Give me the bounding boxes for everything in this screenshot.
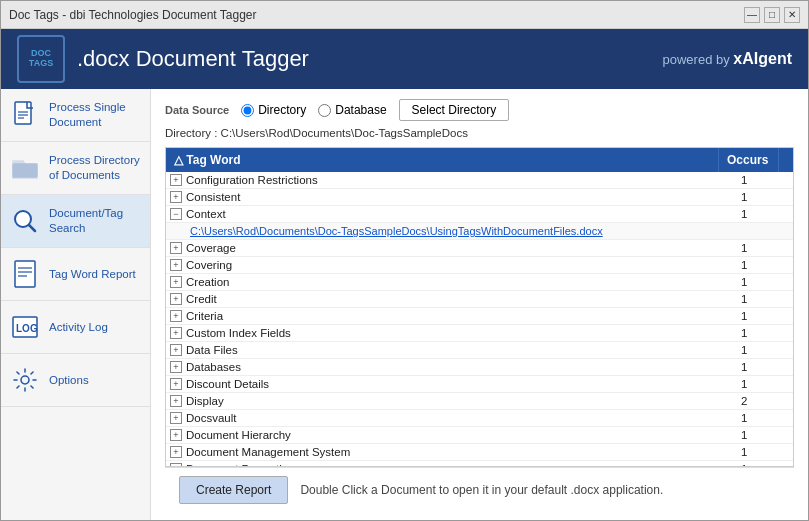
expand-icon[interactable]: − [170, 463, 182, 466]
close-button[interactable]: ✕ [784, 7, 800, 23]
occurs-count: 1 [733, 376, 793, 392]
create-report-button[interactable]: Create Report [179, 476, 288, 504]
search-icon [9, 205, 41, 237]
col-tag-header: △ Tag Word [166, 148, 719, 172]
table-row[interactable]: +Credit1 [166, 291, 793, 308]
expand-icon[interactable]: + [170, 412, 182, 424]
expand-icon[interactable]: + [170, 259, 182, 271]
occurs-count: 1 [733, 444, 793, 460]
tag-word: Consistent [186, 191, 240, 203]
table-row[interactable]: +Configuration Restrictions1 [166, 172, 793, 189]
document-icon [9, 99, 41, 131]
expand-icon[interactable]: + [170, 395, 182, 407]
tag-word: Document Management System [186, 446, 350, 458]
svg-rect-0 [15, 102, 31, 124]
hint-text: Double Click a Document to open it in yo… [300, 483, 663, 497]
occurs-count: 1 [733, 342, 793, 358]
occurs-count: 1 [733, 206, 793, 222]
tag-word: Document Hierarchy [186, 429, 291, 441]
expand-icon[interactable]: + [170, 293, 182, 305]
occurs-count: 1 [733, 240, 793, 256]
table-row[interactable]: +Criteria1 [166, 308, 793, 325]
table-row[interactable]: +Docsvault1 [166, 410, 793, 427]
tag-word: Criteria [186, 310, 223, 322]
expand-icon[interactable]: + [170, 276, 182, 288]
tag-word: Configuration Restrictions [186, 174, 318, 186]
table-row[interactable]: −Context1 [166, 206, 793, 223]
tag-word: Coverage [186, 242, 236, 254]
table-row[interactable]: +Document Hierarchy1 [166, 427, 793, 444]
table-row[interactable]: +Databases1 [166, 359, 793, 376]
expand-icon[interactable]: − [170, 208, 182, 220]
sidebar-label-process-dir: Process Directory of Documents [49, 153, 142, 183]
expand-icon[interactable]: + [170, 174, 182, 186]
app-header: DOC TAGS .docx Document Tagger powered b… [1, 29, 808, 89]
app-logo: DOC TAGS [17, 35, 65, 83]
content-area: Data Source Directory Database Select Di… [151, 89, 808, 521]
tag-word: Custom Index Fields [186, 327, 291, 339]
svg-rect-7 [15, 261, 35, 287]
svg-rect-4 [13, 164, 37, 177]
tag-word: Creation [186, 276, 229, 288]
title-bar-text: Doc Tags - dbi Technologies Document Tag… [9, 8, 256, 22]
expand-icon[interactable]: + [170, 378, 182, 390]
directory-label: Directory : [165, 127, 217, 139]
table-row[interactable]: +Discount Details1 [166, 376, 793, 393]
radio-database[interactable]: Database [318, 103, 386, 117]
tag-word: Databases [186, 361, 241, 373]
table-row[interactable]: −Document Properties1 [166, 461, 793, 466]
expand-icon[interactable]: + [170, 429, 182, 441]
sidebar-item-process-single[interactable]: Process Single Document [1, 89, 150, 142]
log-icon: LOG [9, 311, 41, 343]
sidebar-label-process-single: Process Single Document [49, 100, 142, 130]
table-row[interactable]: +Document Management System1 [166, 444, 793, 461]
sidebar: Process Single Document Process Director… [1, 89, 151, 521]
tag-word: Document Properties [186, 463, 294, 466]
occurs-count: 1 [733, 427, 793, 443]
table-row[interactable]: +Covering1 [166, 257, 793, 274]
expand-icon[interactable]: + [170, 242, 182, 254]
sidebar-item-process-dir[interactable]: Process Directory of Documents [1, 142, 150, 195]
title-bar-controls: — □ ✕ [744, 7, 800, 23]
app-title: .docx Document Tagger [77, 46, 309, 72]
sidebar-label-tag-word-report: Tag Word Report [49, 267, 136, 282]
datasource-row: Data Source Directory Database Select Di… [165, 99, 794, 121]
expand-icon[interactable]: + [170, 310, 182, 322]
table-row[interactable]: +Display2 [166, 393, 793, 410]
header-left: DOC TAGS .docx Document Tagger [17, 35, 309, 83]
sidebar-item-tag-word-report[interactable]: Tag Word Report [1, 248, 150, 301]
sub-row-path[interactable]: C:\Users\Rod\Documents\Doc-TagsSampleDoc… [166, 223, 733, 239]
maximize-button[interactable]: □ [764, 7, 780, 23]
select-directory-button[interactable]: Select Directory [399, 99, 510, 121]
sidebar-item-options[interactable]: Options [1, 354, 150, 407]
expand-icon[interactable]: + [170, 361, 182, 373]
expand-icon[interactable]: + [170, 191, 182, 203]
table-scroll[interactable]: +Configuration Restrictions1+Consistent1… [166, 172, 793, 466]
expand-icon[interactable]: + [170, 446, 182, 458]
tag-table: △ Tag Word Occurs +Configuration Restric… [165, 147, 794, 467]
table-row[interactable]: +Coverage1 [166, 240, 793, 257]
expand-icon[interactable]: + [170, 344, 182, 356]
sub-table-row[interactable]: C:\Users\Rod\Documents\Doc-TagsSampleDoc… [166, 223, 793, 240]
gear-icon [9, 364, 41, 396]
radio-directory[interactable]: Directory [241, 103, 306, 117]
svg-line-6 [29, 225, 35, 231]
folder-icon [9, 152, 41, 184]
table-row[interactable]: +Creation1 [166, 274, 793, 291]
powered-by: powered by xAIgent [663, 50, 793, 68]
minimize-button[interactable]: — [744, 7, 760, 23]
svg-text:LOG: LOG [16, 323, 38, 334]
datasource-label: Data Source [165, 104, 229, 116]
sidebar-item-activity-log[interactable]: LOG Activity Log [1, 301, 150, 354]
main-layout: Process Single Document Process Director… [1, 89, 808, 521]
directory-path: C:\Users\Rod\Documents\Doc-TagsSampleDoc… [221, 127, 468, 139]
tag-word: Credit [186, 293, 217, 305]
expand-icon[interactable]: + [170, 327, 182, 339]
table-row[interactable]: +Consistent1 [166, 189, 793, 206]
table-row[interactable]: +Data Files1 [166, 342, 793, 359]
sidebar-label-activity-log: Activity Log [49, 320, 108, 335]
occurs-count: 1 [733, 410, 793, 426]
table-row[interactable]: +Custom Index Fields1 [166, 325, 793, 342]
occurs-count: 1 [733, 274, 793, 290]
sidebar-item-doc-tag-search[interactable]: Document/Tag Search [1, 195, 150, 248]
